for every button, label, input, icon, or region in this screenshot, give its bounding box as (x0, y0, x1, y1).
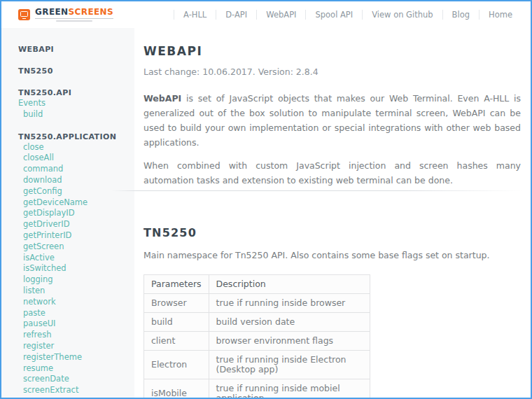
param-cell: Browser (144, 294, 209, 313)
param-cell: isMobile (144, 379, 209, 399)
intro-paragraph-rest: is set of JavaScript objects that makes … (144, 93, 521, 148)
top-nav: A-HLL D-API WebAPI Spool API View on Git… (174, 1, 522, 28)
sidebar-link-pauseui[interactable]: pauseUI (18, 318, 127, 330)
sidebar-link-resume[interactable]: resume (18, 363, 127, 374)
last-change-meta: Last change: 10.06.2017. Version: 2.8.4 (144, 66, 521, 78)
sidebar-link-screenextract[interactable]: screenExtract (18, 385, 127, 396)
tn5250-intro: Main namespace for Tn5250 API. Also cont… (144, 249, 521, 262)
main-content: WEBAPI Last change: 10.06.2017. Version:… (134, 28, 531, 398)
sidebar-section: TN5250.APPLICATION closecloseAllcommandd… (18, 132, 127, 396)
sidebar-link-closeall[interactable]: closeAll (18, 153, 127, 164)
table-header-cell: Parameters (144, 275, 209, 294)
sidebar-link-screendate[interactable]: screenDate (18, 374, 127, 385)
sidebar-link-build[interactable]: build (18, 109, 127, 120)
intro-paragraph-lead: WebAPI (144, 93, 181, 104)
sidebar-link-getdisplayid[interactable]: getDisplayID (18, 208, 127, 219)
automation-paragraph: When combined with custom JavaScript inj… (144, 158, 521, 188)
table-row: isMobiletrue if running inside mobiel ap… (144, 379, 370, 399)
desc-cell: true if running inside Electron (Desktop… (209, 351, 370, 379)
table-row: Browsertrue if running inside browser (144, 294, 370, 313)
param-cell: Electron (144, 351, 209, 379)
brand-word-green: GREEN (35, 7, 69, 17)
sidebar-link-getdevicename[interactable]: getDeviceName (18, 197, 127, 209)
table-row: Electrontrue if running inside Electron … (144, 351, 370, 379)
sidebar-link-listen[interactable]: listen (18, 286, 127, 297)
sidebar-link-refresh[interactable]: refresh (18, 330, 127, 341)
monitor-icon (18, 9, 30, 20)
table-row: clientbrowser environment flags (144, 332, 370, 351)
sidebar-section-title[interactable]: TN5250.API (18, 88, 127, 98)
brand-underline (35, 18, 113, 19)
desc-cell: true if running inside mobiel applicatio… (209, 379, 370, 399)
desc-cell: true if running inside browser (209, 294, 370, 313)
desc-cell: build version date (209, 313, 370, 332)
sidebar: WEBAPI TN5250 TN5250.API Eventsbuild TN5… (1, 28, 134, 398)
sidebar-link-registertheme[interactable]: registerTheme (18, 352, 127, 363)
intro-paragraph: WebAPI is set of JavaScript objects that… (144, 91, 521, 150)
sidebar-section-title[interactable]: TN5250 (18, 66, 127, 76)
nav-item-view-on-github[interactable]: View on Github (362, 10, 442, 20)
table-header-row: ParametersDescription (144, 275, 370, 294)
table-row: buildbuild version date (144, 313, 370, 332)
sidebar-link-events[interactable]: Events (18, 98, 127, 109)
sidebar-link-download[interactable]: download (18, 175, 127, 186)
sidebar-link-register[interactable]: register (18, 341, 127, 352)
sidebar-link-getdriverid[interactable]: getDriverID (18, 219, 127, 230)
sidebar-link-isswitched[interactable]: isSwitched (18, 263, 127, 274)
table-header-cell: Description (209, 275, 370, 294)
sidebar-link-logging[interactable]: logging (18, 274, 127, 286)
sidebar-section-title[interactable]: WEBAPI (18, 45, 127, 55)
parameters-table: ParametersDescription Browsertrue if run… (144, 274, 370, 399)
brand-text: GREENSCREENS (35, 8, 113, 22)
sidebar-link-getprinterid[interactable]: getPrinterID (18, 230, 127, 241)
nav-item-home[interactable]: Home (479, 10, 522, 20)
brand-logo[interactable]: GREENSCREENS (18, 8, 113, 22)
sidebar-section: TN5250 (18, 66, 127, 76)
desc-cell: browser environment flags (209, 332, 370, 351)
nav-item-blog[interactable]: Blog (442, 10, 479, 20)
nav-item-spool-api[interactable]: Spool API (305, 10, 362, 20)
page-title: WEBAPI (144, 44, 521, 58)
brand-name: GREENSCREENS (35, 8, 113, 17)
sidebar-link-paste[interactable]: paste (18, 308, 127, 319)
nav-item-a-hll[interactable]: A-HLL (174, 10, 216, 20)
nav-item-webapi[interactable]: WebAPI (256, 10, 305, 20)
nav-item-d-api[interactable]: D-API (216, 10, 256, 20)
sidebar-section: WEBAPI (18, 45, 127, 55)
parameters-table-body: Browsertrue if running inside browserbui… (144, 294, 370, 399)
sidebar-link-network[interactable]: network (18, 297, 127, 308)
tn5250-title: TN5250 (144, 226, 521, 240)
page: { "colors": { "screenshot_border": "#4a9… (0, 0, 532, 399)
sidebar-link-isactive[interactable]: isActive (18, 253, 127, 264)
top-header: GREENSCREENS A-HLL D-API WebAPI Spool AP… (1, 1, 531, 28)
param-cell: client (144, 332, 209, 351)
sidebar-link-getscreen[interactable]: getScreen (18, 241, 127, 253)
sidebar-link-getconfig[interactable]: getConfig (18, 186, 127, 197)
section-divider (111, 190, 522, 191)
brand-tagline (56, 20, 92, 22)
brand-word-screens: SCREENS (69, 7, 114, 17)
parameters-table-head: ParametersDescription (144, 275, 370, 294)
layout: WEBAPI TN5250 TN5250.API Eventsbuild TN5… (1, 28, 531, 398)
param-cell: build (144, 313, 209, 332)
sidebar-link-close[interactable]: close (18, 142, 127, 153)
sidebar-section: TN5250.API Eventsbuild (18, 88, 127, 120)
sidebar-link-command[interactable]: command (18, 164, 127, 175)
sidebar-section-title[interactable]: TN5250.APPLICATION (18, 132, 127, 142)
